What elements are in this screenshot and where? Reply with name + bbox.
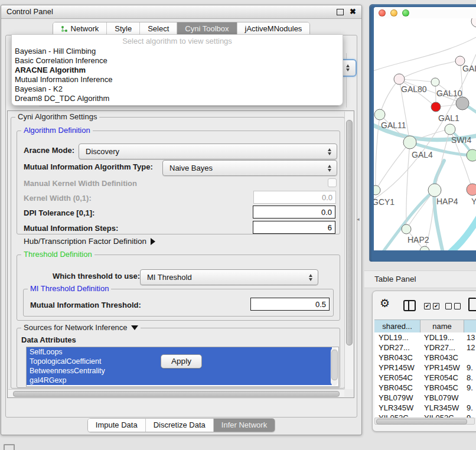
column-layout-icon[interactable] bbox=[403, 300, 416, 311]
minimized-panel-icon[interactable] bbox=[4, 444, 15, 450]
network-canvas[interactable]: GALGAL80GAL10GAL1GAL11SWI4GAL4GCY1HAP4YH… bbox=[374, 18, 476, 250]
tab-label: Impute Data bbox=[96, 419, 138, 432]
algorithm-option[interactable]: Basic Correlation Inference bbox=[12, 56, 343, 66]
tab-impute-data[interactable]: Impute Data bbox=[88, 419, 146, 432]
table-cell: YDR27... bbox=[374, 343, 420, 353]
settings-vertical-scrollbar[interactable] bbox=[344, 112, 353, 389]
network-node[interactable] bbox=[402, 224, 411, 234]
close-traffic-light[interactable] bbox=[379, 9, 386, 17]
network-node[interactable] bbox=[467, 184, 476, 195]
mi-threshold-input[interactable] bbox=[250, 298, 330, 311]
attribute-list-scrollbar[interactable] bbox=[331, 348, 338, 386]
network-node[interactable] bbox=[374, 109, 385, 120]
network-node[interactable] bbox=[403, 136, 416, 149]
algorithm-option[interactable]: ARACNE Algorithm bbox=[12, 66, 343, 75]
table-row[interactable]: YIL052CYIL052C9. bbox=[374, 413, 476, 418]
network-node-label: GAL10 bbox=[436, 89, 462, 98]
group-title-row[interactable]: Sources for Network Inference bbox=[21, 323, 141, 332]
table-cell: YDR27... bbox=[420, 343, 464, 353]
tab-select[interactable]: Select bbox=[140, 22, 177, 35]
float-window-icon[interactable] bbox=[337, 9, 344, 15]
network-node[interactable] bbox=[428, 184, 441, 197]
bottom-tabbar: Impute Data Discretize Data Infer Networ… bbox=[1, 418, 361, 432]
table-cell: YBR045C bbox=[374, 383, 420, 393]
tab-style[interactable]: Style bbox=[107, 22, 140, 35]
unchecked-box-icon bbox=[454, 303, 461, 309]
manual-kernel-width-checkbox[interactable] bbox=[328, 178, 337, 187]
table-row[interactable]: YBR045CYBR045C9. bbox=[374, 383, 476, 393]
network-node[interactable] bbox=[431, 102, 441, 112]
table-row[interactable]: YLR345WYLR345W9. bbox=[374, 403, 476, 413]
table-row[interactable]: YBL079WYBL079W bbox=[374, 393, 476, 403]
table-row[interactable]: YDL19...YDL19...13 bbox=[374, 332, 476, 343]
network-window-titlebar bbox=[374, 7, 476, 19]
zoom-traffic-light[interactable] bbox=[402, 9, 409, 17]
table-cell: 9. bbox=[464, 383, 476, 393]
column-header-name[interactable]: name bbox=[420, 320, 464, 333]
table-panel-title: Table Panel bbox=[374, 271, 416, 288]
table-cell bbox=[464, 393, 476, 403]
network-node[interactable] bbox=[467, 149, 476, 161]
mi-algorithm-type-combobox[interactable]: Naive Bayes bbox=[162, 160, 337, 176]
table-row[interactable]: YPR145WYPR145W9. bbox=[374, 363, 476, 373]
column-header-partial[interactable] bbox=[464, 320, 476, 333]
select-all-checkboxes-icon[interactable]: ✔ ✔ bbox=[424, 303, 439, 309]
network-edge[interactable] bbox=[399, 61, 460, 79]
mi-threshold-label: Mutual Information Threshold: bbox=[30, 301, 141, 309]
apply-button[interactable]: Apply bbox=[161, 354, 202, 369]
network-node[interactable] bbox=[431, 78, 439, 86]
scrollbar-thumb[interactable] bbox=[331, 350, 338, 380]
table-row[interactable]: YBR043CYBR043C bbox=[374, 353, 476, 363]
combobox-value: MI Threshold bbox=[147, 270, 192, 285]
algorithm-option[interactable]: Dream8 DC_TDC Algorithm bbox=[12, 94, 343, 103]
network-window[interactable]: GALGAL80GAL10GAL1GAL11SWI4GAL4GCY1HAP4YH… bbox=[374, 7, 476, 250]
network-edge[interactable] bbox=[406, 190, 435, 229]
scrollbar-thumb[interactable] bbox=[13, 391, 340, 397]
close-icon[interactable]: ✖ bbox=[350, 6, 356, 17]
network-node-label: HAP4 bbox=[436, 197, 458, 206]
table-cell: YBL079W bbox=[420, 393, 464, 403]
deselect-all-checkboxes-icon[interactable] bbox=[445, 303, 461, 309]
tab-infer-network[interactable]: Infer Network bbox=[214, 419, 275, 432]
scrollbar-thumb[interactable] bbox=[346, 120, 353, 345]
network-edge[interactable] bbox=[376, 142, 410, 190]
which-threshold-combobox[interactable]: MI Threshold bbox=[140, 269, 318, 285]
network-edge[interactable] bbox=[442, 216, 476, 250]
table-cell: YPR145W bbox=[374, 363, 420, 373]
tab-cyni-toolbox[interactable]: Cyni Toolbox bbox=[177, 22, 237, 35]
split-pane-handle[interactable]: ◂ bbox=[357, 216, 360, 222]
combo-arrows-icon bbox=[346, 64, 350, 71]
table-row[interactable]: YDR27...YDR27...12 bbox=[374, 343, 476, 353]
new-table-icon[interactable] bbox=[468, 298, 476, 311]
scrollbar-thumb[interactable] bbox=[376, 419, 467, 425]
network-node[interactable] bbox=[471, 18, 476, 27]
table-cell: 8. bbox=[464, 373, 476, 383]
settings-horizontal-scrollbar[interactable] bbox=[8, 389, 344, 397]
network-node-label: GAL11 bbox=[381, 120, 406, 130]
algorithm-option[interactable]: Bayesian - K2 bbox=[12, 84, 343, 94]
table-row[interactable]: YER054CYER054C8. bbox=[374, 373, 476, 383]
attribute-list-item[interactable]: gal4RGexp bbox=[27, 376, 332, 385]
algorithm-option[interactable]: Mutual Information Inference bbox=[12, 75, 343, 84]
network-node-label: GAL bbox=[462, 64, 476, 73]
tab-discretize-data[interactable]: Discretize Data bbox=[146, 419, 214, 432]
network-node-label: GAL80 bbox=[401, 84, 427, 94]
algorithm-option[interactable]: Bayesian - Hill Climbing bbox=[12, 47, 343, 56]
tab-network[interactable]: Network bbox=[53, 22, 107, 35]
aracne-mode-combobox[interactable]: Discovery bbox=[79, 144, 337, 159]
column-header-shared-name[interactable]: shared... bbox=[374, 320, 420, 333]
gear-icon[interactable]: ⚙ bbox=[380, 296, 390, 311]
network-node[interactable] bbox=[374, 185, 380, 195]
network-node[interactable] bbox=[394, 74, 405, 84]
dpi-tolerance-input[interactable] bbox=[253, 206, 335, 219]
hub-definition-expander[interactable]: Hub/Transcription Factor Definition bbox=[24, 237, 155, 246]
tab-jactivemnodules[interactable]: jActiveMNodules bbox=[237, 22, 310, 35]
network-edge[interactable] bbox=[380, 79, 399, 115]
minimize-traffic-light[interactable] bbox=[390, 9, 397, 17]
network-node[interactable] bbox=[456, 97, 469, 110]
mi-steps-input[interactable] bbox=[253, 221, 335, 234]
table-horizontal-scrollbar[interactable] bbox=[374, 418, 475, 425]
table-cell: YLR345W bbox=[374, 403, 420, 413]
kernel-width-input[interactable] bbox=[253, 191, 336, 204]
network-node[interactable] bbox=[445, 124, 455, 135]
